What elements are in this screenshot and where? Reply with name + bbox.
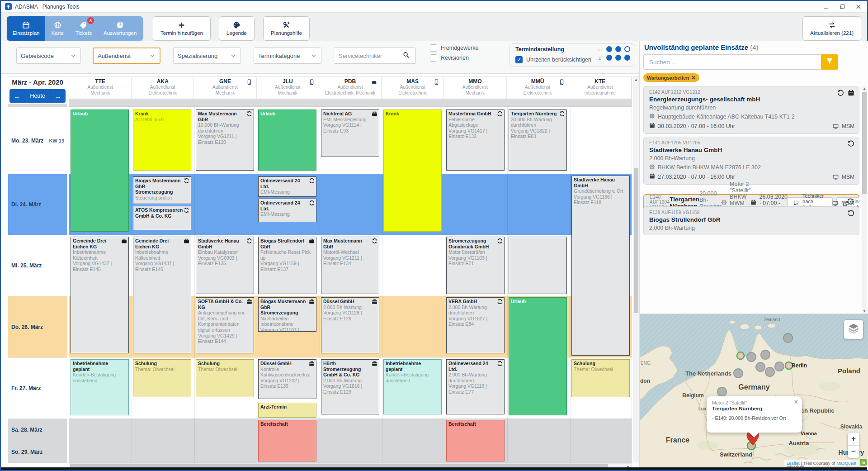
map[interactable]: ZealandENG.donThe NetherlandsBelgiumLux.…	[640, 314, 868, 467]
size-dot-1[interactable]	[606, 46, 612, 52]
appointment-cell[interactable]: Gemeinde Drei Eichen KGInbetriebnahme Kä…	[71, 237, 129, 353]
toolbar-button-palette[interactable]: Legende	[219, 16, 255, 41]
technician-search[interactable]	[334, 48, 416, 64]
appointment-cell[interactable]: KrankAU fehlt noch	[133, 109, 191, 171]
technician-column-header-TTE[interactable]: TTEAußendienstMechanik	[69, 77, 132, 99]
close-icon[interactable]	[855, 4, 862, 10]
sidebar-scroll-up-icon[interactable]: ▲	[862, 87, 867, 91]
appointment-cell[interactable]: Düssel GmbHKontrolle Kühlwasserdruckverl…	[258, 359, 316, 399]
history-icon[interactable]	[837, 90, 844, 98]
sidebar-filter-button[interactable]	[821, 54, 838, 70]
tab-tickets[interactable]: Tickets8	[70, 16, 98, 41]
technician-search-input[interactable]	[338, 52, 403, 60]
tab-karte[interactable]: Karte	[45, 16, 70, 41]
size-dot-2[interactable]	[615, 46, 621, 52]
sidebar-search-input[interactable]	[648, 58, 823, 66]
appointment-cell[interactable]: VERA GmbH2.000 Bh-Wartung durchführenVor…	[446, 297, 505, 353]
cluster-marker[interactable]	[783, 333, 793, 343]
technician-column-header-JLU[interactable]: JLUAußendienstMechanik	[257, 77, 319, 99]
einsatz-card[interactable]: E138 AUF1159 VG1159Biogas Strullendorf G…	[643, 206, 859, 235]
appointment-cell[interactable]: SchulungThema: Ölwechsel	[133, 359, 191, 397]
appointment-cell[interactable]: Urlaub	[71, 109, 129, 232]
appointment-cell[interactable]: Urlaub	[509, 297, 567, 415]
map-layers-button[interactable]	[844, 320, 863, 339]
appointment-cell[interactable]: Hürth Stromerzeugung GmbH & Co. KG2.000 …	[321, 359, 379, 414]
today-button[interactable]: Heute	[25, 89, 50, 103]
tag-close-icon[interactable]: ✕	[691, 75, 696, 81]
sidebar-scroll-thumb[interactable]	[862, 92, 867, 194]
appointment-cell[interactable]: Biogas Mustermann GbR StromerzeugungSteu…	[133, 176, 191, 204]
appointment-cell[interactable]: Bereitschaft	[258, 420, 316, 461]
checkbox-revisionen[interactable]: Revisionen	[430, 54, 478, 62]
filter-tag-wartungsarbeiten[interactable]: Wartungsarbeiten ✕	[643, 73, 699, 82]
einsatz-card[interactable]: E141 AUF1205 VG1205Stadtwerke Hanau GmbH…	[643, 137, 859, 185]
toolbar-button-plus[interactable]: Termin hinzufügen	[153, 16, 211, 41]
technician-column-header-MAS[interactable]: MASAußendienstElektrotechnik	[382, 77, 444, 99]
appointment-cell[interactable]: Onlineversand 24 Ltd.EMI-Messung	[258, 199, 316, 222]
cluster-marker[interactable]	[756, 362, 765, 371]
sidebar-search[interactable]	[643, 54, 828, 70]
calendar-solid-icon[interactable]	[848, 90, 854, 98]
maximize-icon[interactable]	[839, 4, 845, 10]
appointment-cell[interactable]: SOFTA GmbH & Co. KGAnlagenbegehung vor O…	[196, 297, 254, 353]
technician-column-header-KTE[interactable]: KTEAußendienstInbetriebnahme	[569, 77, 632, 99]
appointment-cell[interactable]: Onlineversand 24 Ltd.2.000 Bh-Wartung du…	[446, 359, 505, 414]
cluster-marker[interactable]	[775, 362, 784, 371]
filter-select-terminkategorie[interactable]: Terminkategorie	[254, 48, 321, 64]
technician-column-header-GNE[interactable]: GNEAußendienstMechanik	[194, 77, 256, 99]
appointment-cell[interactable]: ATOS Kompressoren GmbH & Co. KG	[133, 206, 191, 230]
sidebar-scroll-down-icon[interactable]: ▼	[862, 309, 867, 313]
einsatz-card[interactable]: E142 AUF1212 VG1212Energieerzeugungs- ge…	[643, 86, 859, 134]
appointment-cell[interactable]: Arzt-Termin	[258, 403, 316, 418]
appointment-cell[interactable]: Krank	[383, 109, 442, 232]
appointment-cell[interactable]: Musterfirma GmbHFehlersuche Abgasleckage…	[446, 109, 505, 171]
appointment-cell[interactable]: Onlineversand 24 Ltd.EMI-Messung	[258, 176, 316, 197]
appointment-cell[interactable]: SchulungThema: Ölwechsel	[571, 359, 630, 397]
next-week-button[interactable]: →	[50, 89, 66, 103]
appointment-cell[interactable]: Stadtwerke Hanau GmbHGrundüberholung v. …	[571, 176, 630, 356]
vertical-scroll-thumb[interactable]	[634, 168, 638, 313]
tab-auswertungen[interactable]: Auswertungen	[98, 16, 143, 41]
mapquest-logo[interactable]: m	[860, 459, 867, 466]
size-dot-3[interactable]	[624, 55, 630, 61]
size-dot-2[interactable]	[615, 55, 621, 61]
zoom-in-button[interactable]: +	[848, 433, 859, 446]
appointment-cell[interactable]: SchulungThema: Ölwechsel	[196, 359, 254, 397]
size-dot-1[interactable]	[606, 55, 612, 61]
prev-week-button[interactable]: ←	[9, 89, 25, 103]
leaflet-link[interactable]: Leaflet	[787, 461, 800, 466]
technician-column-header-AKA[interactable]: AKAAußendienstElektrotechnik	[132, 77, 194, 99]
cluster-marker[interactable]	[717, 387, 726, 396]
filter-select-spezialisierung[interactable]: Spezialisierung	[173, 48, 241, 64]
appointment-cell[interactable]: Biogas Strullendorf GbRFehlersuche Reset…	[258, 237, 316, 294]
sidebar-scrollbar[interactable]: ▲ ▼	[862, 86, 867, 314]
checkbox-fremdgewerke[interactable]: Fremdgewerke	[430, 44, 478, 52]
toolbar-button-tools[interactable]: Planungshilfe	[263, 16, 310, 41]
technician-column-header-PDB[interactable]: PDBAußendienstElektrotechnik, Mechanik	[319, 77, 382, 99]
appointment-cell[interactable]: Bereitschaft	[446, 420, 505, 461]
cluster-marker[interactable]	[761, 350, 770, 359]
technician-column-header-MMO[interactable]: MMOAußendienstMechanik	[444, 77, 506, 99]
appointment-cell[interactable]: Inbetriebnahme geplantKunden-Bestätigung…	[383, 359, 442, 414]
cluster-marker[interactable]	[734, 369, 743, 378]
history-icon[interactable]	[848, 210, 854, 219]
appointment-cell[interactable]: Nichtreal AGEMI-MessbegleitungVorgang VG…	[321, 109, 379, 157]
site-marker[interactable]	[737, 352, 744, 359]
uhrzeiten-checkbox[interactable]: ✓ Uhrzeiten berücksichtigen	[515, 56, 591, 63]
appointment-cell[interactable]: Tiergarten Nürnberg30.000 Bh-Wartung dur…	[509, 109, 567, 171]
cluster-marker[interactable]	[747, 352, 756, 362]
appointment-cell[interactable]	[509, 237, 567, 294]
mapquest-link[interactable]: MapQuest	[836, 461, 856, 466]
filter-select-gebietscode[interactable]: Gebietscode	[16, 48, 81, 64]
appointment-cell[interactable]: Stadtwerke Hanau GmbHEinbau KatalysatorV…	[196, 237, 254, 294]
appointment-cell[interactable]: Stromerzeugung Osnabrück GmbHMotor überp…	[446, 237, 505, 294]
appointment-cell[interactable]: Biogas Mustermann GbR StromerzeugungNach…	[258, 297, 316, 332]
zoom-out-button[interactable]: −	[848, 446, 859, 458]
popup-close-icon[interactable]: ×	[794, 399, 798, 405]
technician-column-header-MMÜ[interactable]: MMÜAußendienstElektrotechnik	[507, 77, 569, 99]
tab-einsatzplan[interactable]: Einsatzplan	[7, 16, 45, 41]
filter-select-außendienst[interactable]: Außendienst	[93, 48, 160, 64]
appointment-cell[interactable]: Max Mustermann GbRMotoröl-WechselVorgang…	[321, 237, 379, 294]
appointment-cell[interactable]: Urlaub	[258, 109, 316, 171]
appointment-cell[interactable]: Max Mustermann GbR10.000 Bh-Wartung durc…	[196, 109, 254, 171]
